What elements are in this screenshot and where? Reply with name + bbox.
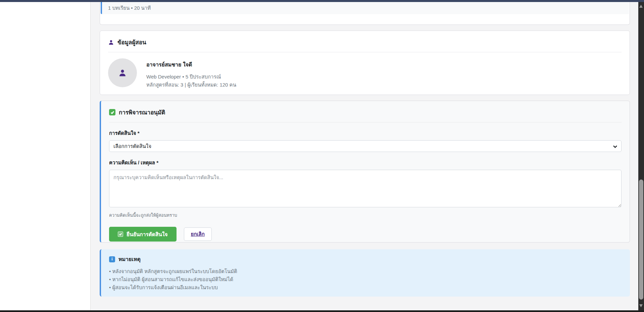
note-item: • หลังจากอนุมัติ หลักสูตรจะถูกเผยแพร่ในร…: [109, 267, 622, 275]
person-icon: [108, 39, 114, 45]
page: 1 บทเรียน • 20 นาที ข้อมูลผู้สอน อาจารย์…: [0, 0, 644, 312]
instructor-stats: หลักสูตรที่สอน: 3 | ผู้เรียนทั้งหมด: 120…: [146, 81, 236, 89]
comment-help-text: ความคิดเห็นนี้จะถูกส่งให้ผู้สอนทราบ: [109, 212, 622, 219]
action-buttons-row: ยืนยันการตัดสินใจ ยกเลิก: [109, 227, 622, 242]
note-header: i หมายเหตุ: [109, 255, 622, 263]
scrollbar-up-arrow[interactable]: [639, 5, 643, 8]
decision-select-wrap: เลือกการตัดสินใจ: [109, 140, 622, 152]
window-top-edge: [0, 0, 644, 2]
note-item: • ผู้สอนจะได้รับการแจ้งเตือนผ่านอีเมลและ…: [109, 283, 622, 292]
cancel-button-label: ยกเลิก: [191, 231, 205, 237]
instructor-card-header: ข้อมูลผู้สอน: [108, 38, 622, 52]
main-content: 1 บทเรียน • 20 นาที ข้อมูลผู้สอน อาจารย์…: [91, 2, 638, 310]
cancel-button[interactable]: ยกเลิก: [184, 227, 212, 241]
avatar-person-icon: [118, 68, 127, 77]
decision-label: การตัดสินใจ *: [109, 129, 622, 137]
instructor-avatar: [108, 58, 137, 87]
instructor-details: อาจารย์สมชาย ใจดี Web Developer • 5 ปีปร…: [146, 58, 236, 89]
approval-card-title: การพิจารณาอนุมัติ: [119, 108, 165, 117]
note-card: i หมายเหตุ • หลังจากอนุมัติ หลักสูตรจะถู…: [100, 249, 630, 297]
comment-textarea[interactable]: [109, 170, 622, 207]
confirm-button-label: ยืนยันการตัดสินใจ: [127, 230, 168, 239]
approval-card-header: การพิจารณาอนุมัติ: [109, 108, 622, 122]
instructor-name: อาจารย์สมชาย ใจดี: [146, 60, 236, 69]
note-title: หมายเหตุ: [118, 255, 141, 263]
check-square-icon: [109, 109, 115, 115]
instructor-row: อาจารย์สมชาย ใจดี Web Developer • 5 ปีปร…: [108, 58, 622, 89]
lesson-item[interactable]: 1 บทเรียน • 20 นาที: [101, 2, 629, 14]
instructor-card: ข้อมูลผู้สอน อาจารย์สมชาย ใจดี Web Devel…: [100, 31, 630, 95]
lesson-summary-card: 1 บทเรียน • 20 นาที: [100, 2, 630, 25]
scrollbar-down-arrow[interactable]: [639, 304, 643, 307]
lesson-meta-text: 1 บทเรียน • 20 นาที: [108, 4, 151, 12]
check-icon: [118, 231, 123, 237]
window-bottom-edge: [0, 310, 644, 312]
scrollbar-thumb[interactable]: [639, 179, 643, 300]
comment-label: ความคิดเห็น / เหตุผล *: [109, 159, 622, 167]
scrollbar[interactable]: [638, 2, 644, 312]
approval-card: การพิจารณาอนุมัติ การตัดสินใจ * เลือกการ…: [100, 101, 630, 243]
confirm-decision-button[interactable]: ยืนยันการตัดสินใจ: [109, 227, 177, 242]
note-list: • หลังจากอนุมัติ หลักสูตรจะถูกเผยแพร่ในร…: [109, 267, 622, 292]
note-item: • หากไม่อนุมัติ ผู้สอนสามารถแก้ไขและส่งข…: [109, 275, 622, 283]
decision-select[interactable]: เลือกการตัดสินใจ: [109, 140, 622, 152]
sidebar: [0, 2, 91, 310]
instructor-role: Web Developer • 5 ปีประสบการณ์: [146, 73, 236, 81]
info-icon: i: [109, 256, 115, 262]
instructor-card-title: ข้อมูลผู้สอน: [117, 38, 146, 47]
